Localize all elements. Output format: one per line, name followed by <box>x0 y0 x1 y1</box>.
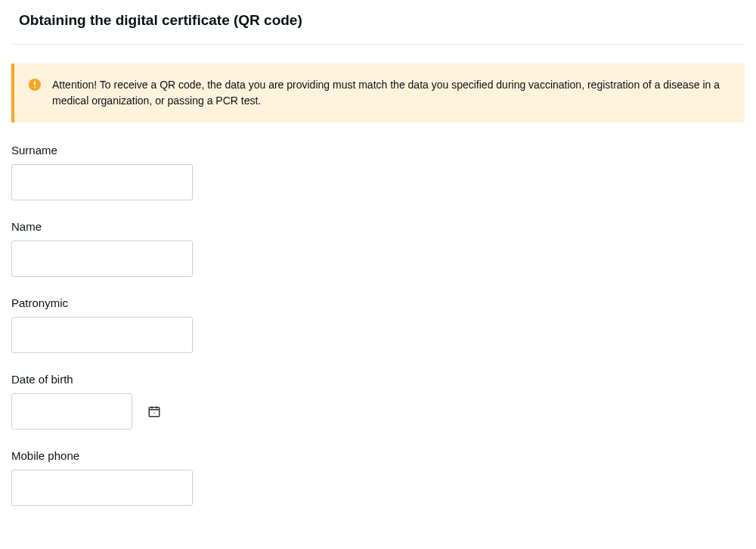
patronymic-label: Patronymic <box>11 296 745 309</box>
dob-input[interactable] <box>11 393 132 430</box>
patronymic-input[interactable] <box>11 317 193 353</box>
svg-rect-3 <box>149 408 160 417</box>
field-patronymic: Patronymic <box>11 296 745 353</box>
page-title: Obtaining the digital certificate (QR co… <box>11 0 745 45</box>
svg-point-7 <box>153 413 155 414</box>
field-name: Name <box>11 220 745 277</box>
alert-text: Attention! To receive a QR code, the dat… <box>52 77 728 109</box>
field-surname: Surname <box>11 144 745 200</box>
svg-rect-2 <box>34 87 36 88</box>
field-phone: Mobile phone <box>11 449 745 506</box>
calendar-icon[interactable] <box>147 405 161 418</box>
field-dob: Date of birth <box>11 373 745 430</box>
name-label: Name <box>11 220 745 233</box>
name-input[interactable] <box>11 240 193 277</box>
phone-input[interactable] <box>11 470 193 506</box>
attention-alert: Attention! To receive a QR code, the dat… <box>11 64 745 123</box>
surname-label: Surname <box>11 144 745 157</box>
warning-icon <box>28 78 42 92</box>
certificate-form: Surname Name Patronymic Date of birth <box>11 144 745 506</box>
surname-input[interactable] <box>11 164 193 200</box>
svg-rect-1 <box>34 82 36 85</box>
dob-label: Date of birth <box>11 373 745 386</box>
phone-label: Mobile phone <box>11 449 745 462</box>
